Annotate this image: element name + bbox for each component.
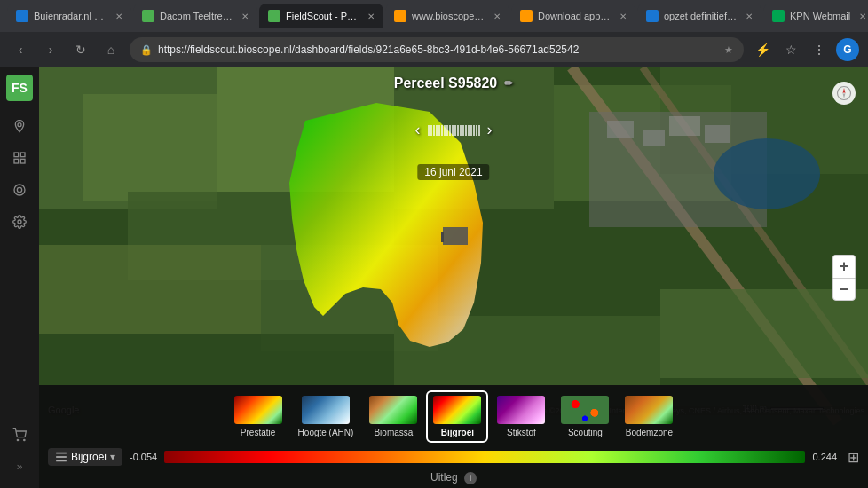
sidebar-logo[interactable]: FS: [6, 75, 33, 101]
svg-rect-36: [56, 453, 67, 454]
logo-text: FS: [12, 81, 28, 95]
map-topbar: Perceel S95820 ✏: [39, 67, 868, 99]
layer-thumb-prestatie[interactable]: Prestatie: [229, 392, 288, 441]
tab-dacom[interactable]: Dacom Teeltregistratie... ✕: [133, 4, 257, 28]
legend-grid-icon[interactable]: ⊞: [848, 449, 859, 466]
tab-close-buienradar[interactable]: ✕: [115, 12, 122, 21]
tab-bar: Buienradar.nl - Weer... ✕ Dacom Teeltreg…: [0, 0, 868, 32]
more-icon[interactable]: ⋮: [808, 38, 831, 61]
sidebar-item-settings[interactable]: [5, 208, 34, 236]
svg-rect-38: [56, 460, 67, 462]
refresh-button[interactable]: ↻: [69, 38, 92, 61]
compass[interactable]: [832, 82, 856, 105]
layer-img-bodemzone: [625, 396, 673, 424]
layer-thumb-bodemzone[interactable]: Bodemzone: [619, 392, 678, 441]
home-button[interactable]: ⌂: [99, 38, 122, 61]
tab-close-kpn[interactable]: ✕: [859, 12, 866, 21]
legend-min-value: -0.054: [130, 452, 157, 462]
layer-name-stikstof: Stikstof: [507, 428, 536, 437]
svg-rect-4: [14, 159, 19, 163]
prev-date-button[interactable]: ‹: [415, 121, 421, 139]
svg-rect-29: [394, 316, 660, 387]
layer-name-hoogte: Hoogte (AHN): [298, 428, 354, 437]
tab-favicon-kpn: [772, 10, 785, 22]
svg-point-9: [24, 439, 25, 440]
tab-close-dacom[interactable]: ✕: [241, 12, 249, 21]
layer-img-stikstof: [497, 396, 545, 424]
tab-opzet[interactable]: opzet definitief groe... ✕: [637, 4, 761, 28]
svg-point-5: [14, 185, 25, 195]
layer-thumb-bijgroei[interactable]: Bijgroei: [428, 392, 486, 441]
sidebar: FS: [0, 67, 39, 488]
tab-label-download: Download app - Bios...: [538, 11, 611, 21]
zoom-out-button[interactable]: −: [832, 278, 856, 301]
edit-field-icon[interactable]: ✏: [504, 77, 513, 90]
layer-thumb-hoogte[interactable]: Hoogte (AHN): [293, 392, 359, 441]
tab-close-opzet[interactable]: ✕: [746, 12, 753, 21]
tab-label-kpn: KPN Webmail: [790, 11, 850, 21]
uitleg-button[interactable]: Uitleg i: [430, 471, 477, 484]
date-label-text: 16 juni 2021: [417, 164, 489, 180]
sidebar-item-layers[interactable]: [5, 144, 34, 172]
layer-name-prestatie: Prestatie: [241, 428, 275, 437]
date-label: 16 juni 2021: [417, 163, 489, 179]
forward-button[interactable]: ›: [39, 38, 62, 61]
profile-icon[interactable]: G: [836, 38, 859, 61]
sidebar-item-chart[interactable]: [5, 176, 34, 204]
layer-thumb-stikstof[interactable]: Stikstof: [492, 392, 550, 441]
tab-close-fieldscout[interactable]: ✕: [367, 12, 375, 21]
map-container[interactable]: Perceel S95820 ✏ ‹ › 16 juni 20: [39, 67, 868, 488]
tab-favicon-buienradar: [16, 10, 28, 22]
back-button[interactable]: ‹: [9, 38, 32, 61]
address-bar[interactable]: 🔒 https://fieldscout.bioscope.nl/dashboa…: [130, 37, 744, 62]
tab-download[interactable]: Download app - Bios... ✕: [511, 4, 635, 28]
svg-marker-34: [843, 88, 846, 93]
legend-max-value: 0.244: [812, 452, 837, 462]
tab-favicon-opzet: [646, 10, 659, 22]
sidebar-item-location[interactable]: [5, 112, 34, 140]
compass-icon: [836, 85, 852, 101]
legend-layer-dropdown[interactable]: Bijgroei ▾: [48, 448, 122, 466]
svg-point-8: [17, 439, 18, 440]
svg-rect-2: [20, 153, 25, 157]
address-text: https://fieldscout.bioscope.nl/dashboard…: [158, 43, 719, 56]
tab-favicon-fieldscout: [268, 10, 280, 22]
layer-thumb-biomassa[interactable]: Biomassa: [364, 392, 422, 441]
svg-marker-35: [843, 93, 846, 98]
date-nav: ‹ ›: [39, 121, 868, 139]
sidebar-item-cart[interactable]: [5, 421, 34, 449]
tab-label-buienradar: Buienradar.nl - Weer...: [34, 11, 107, 21]
zoom-in-button[interactable]: +: [832, 255, 856, 278]
svg-point-27: [714, 138, 820, 209]
tab-label-dacom: Dacom Teeltregistratie...: [160, 11, 233, 21]
svg-rect-30: [660, 289, 868, 378]
tab-close-download[interactable]: ✕: [619, 12, 627, 21]
dropdown-chevron-icon: ▾: [110, 451, 115, 463]
sidebar-collapse-button[interactable]: »: [5, 453, 34, 481]
browser-chrome: Buienradar.nl - Weer... ✕ Dacom Teeltreg…: [0, 0, 868, 67]
uitleg-label: Uitleg: [430, 471, 458, 484]
tab-favicon-dacom: [142, 10, 154, 22]
layer-img-bijgroei: [433, 396, 481, 424]
date-strip: [428, 125, 480, 136]
svg-rect-3: [20, 159, 25, 163]
svg-rect-37: [56, 456, 67, 458]
tab-bioscope[interactable]: www.bioscope.nl - Bio... ✕: [385, 4, 509, 28]
svg-rect-1: [14, 153, 19, 157]
extensions-icon[interactable]: ⚡: [751, 38, 774, 61]
svg-rect-18: [39, 245, 261, 334]
tab-close-bioscope[interactable]: ✕: [493, 12, 501, 21]
tab-buienradar[interactable]: Buienradar.nl - Weer... ✕: [7, 4, 131, 28]
next-date-button[interactable]: ›: [487, 121, 493, 139]
layer-icon: [55, 451, 67, 463]
layer-name-scouting: Scouting: [568, 428, 603, 437]
tab-kpn[interactable]: KPN Webmail ✕: [763, 4, 868, 28]
legend-bar: Bijgroei ▾ -0.054 0.244 ⊞: [39, 445, 868, 469]
bookmark-icon[interactable]: ☆: [779, 38, 802, 61]
legend-gradient-bar: [164, 451, 805, 463]
layer-thumb-scouting[interactable]: Scouting: [556, 392, 614, 441]
tab-fieldscout[interactable]: FieldScout - Percelen ✕: [259, 4, 383, 28]
layer-img-hoogte: [302, 396, 350, 424]
info-circle-icon: i: [464, 472, 477, 484]
info-bar: Uitleg i: [39, 469, 868, 488]
